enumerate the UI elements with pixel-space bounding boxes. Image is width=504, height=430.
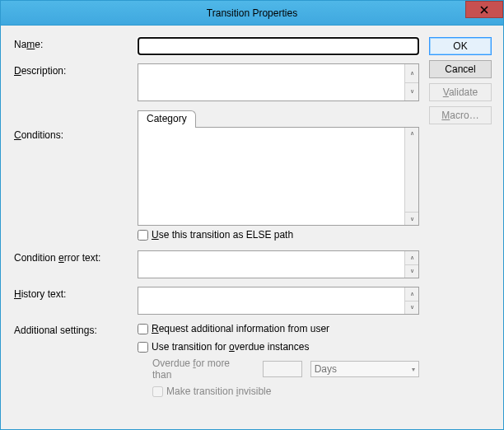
scroll-down-icon[interactable]: ∨ — [405, 264, 418, 278]
scroll-up-icon[interactable]: ∧ — [405, 64, 418, 82]
close-button[interactable] — [465, 1, 503, 18]
row-description: Description: ∧ ∨ — [14, 63, 419, 101]
client-area: Name: Description: ∧ ∨ — [1, 26, 503, 429]
overdue-detail-row: Overdue for more than ▲ ▼ Days — [152, 358, 419, 381]
scroll-down-icon[interactable]: ∨ — [405, 301, 418, 315]
row-name: Name: — [14, 37, 419, 55]
row-conditions: Conditions: Category ∧ ∨ — [14, 110, 419, 241]
ok-button[interactable]: OK — [429, 37, 492, 55]
scroll-up-icon[interactable]: ∧ — [405, 128, 418, 140]
request-info-label: Request additional information from user — [152, 323, 329, 334]
scroll-down-icon[interactable]: ∨ — [405, 212, 418, 225]
form-area: Name: Description: ∧ ∨ — [14, 37, 419, 419]
history-scroll[interactable]: ∧ ∨ — [404, 287, 418, 314]
description-field: ∧ ∨ — [138, 63, 419, 101]
conditions-tabstrip: Category — [138, 110, 419, 127]
dialog-window: Transition Properties Name: Description: — [0, 0, 504, 430]
history-field: ∧ ∨ — [138, 287, 419, 315]
history-input[interactable] — [138, 287, 404, 314]
cond-error-field: ∧ ∨ — [138, 250, 419, 278]
conditions-scroll[interactable]: ∧ ∨ — [404, 128, 418, 225]
description-scroll[interactable]: ∧ ∨ — [404, 64, 418, 100]
overdue-label: Use transition for overdue instances — [152, 341, 309, 353]
overdue-unit-combo[interactable]: Days ▾ — [310, 361, 419, 377]
request-info-row: Request additional information from user — [138, 323, 419, 334]
overdue-unit-value: Days — [315, 363, 337, 375]
label-additional: Additional settings: — [14, 323, 138, 336]
tab-category[interactable]: Category — [138, 110, 196, 128]
invisible-row: Make transition invisible — [152, 386, 419, 397]
macro-button[interactable]: Macro… — [429, 106, 492, 124]
else-path-label: Use this transition as ELSE path — [152, 229, 293, 241]
overdue-row: Use transition for overdue instances — [138, 341, 419, 353]
else-path-row: Use this transition as ELSE path — [138, 229, 419, 241]
name-input[interactable] — [138, 37, 419, 55]
window-title: Transition Properties — [207, 7, 297, 19]
row-history: History text: ∧ ∨ — [14, 287, 419, 315]
overdue-checkbox[interactable] — [138, 342, 148, 353]
conditions-box: ∧ ∨ — [138, 127, 419, 226]
cancel-button[interactable]: Cancel — [429, 60, 492, 78]
invisible-label: Make transition invisible — [166, 386, 271, 397]
overdue-value-stepper[interactable]: ▲ ▼ — [263, 361, 302, 377]
cond-error-input[interactable] — [138, 251, 404, 278]
scroll-up-icon[interactable]: ∧ — [405, 251, 418, 264]
label-history: History text: — [14, 287, 138, 300]
label-description: Description: — [14, 63, 138, 77]
invisible-checkbox[interactable] — [152, 386, 163, 397]
description-input[interactable] — [138, 64, 404, 100]
label-conditions: Conditions: — [14, 110, 138, 141]
row-cond-error: Condition error text: ∧ ∨ — [14, 250, 419, 278]
titlebar: Transition Properties — [1, 1, 503, 26]
request-info-checkbox[interactable] — [138, 324, 148, 334]
validate-button[interactable]: Validate — [429, 83, 492, 101]
chevron-down-icon: ▾ — [412, 366, 415, 373]
scroll-up-icon[interactable]: ∧ — [405, 287, 418, 301]
else-path-checkbox[interactable] — [138, 230, 148, 241]
cond-error-scroll[interactable]: ∧ ∨ — [404, 251, 418, 278]
overdue-for-label: Overdue for more than — [152, 358, 246, 381]
row-additional: Additional settings: Request additional … — [14, 323, 419, 397]
label-cond-error: Condition error text: — [14, 250, 138, 264]
scroll-down-icon[interactable]: ∨ — [405, 82, 418, 101]
side-buttons: OK Cancel Validate Macro… — [429, 37, 492, 419]
close-icon — [480, 6, 488, 14]
conditions-list[interactable] — [138, 128, 404, 225]
label-name: Name: — [14, 37, 138, 50]
